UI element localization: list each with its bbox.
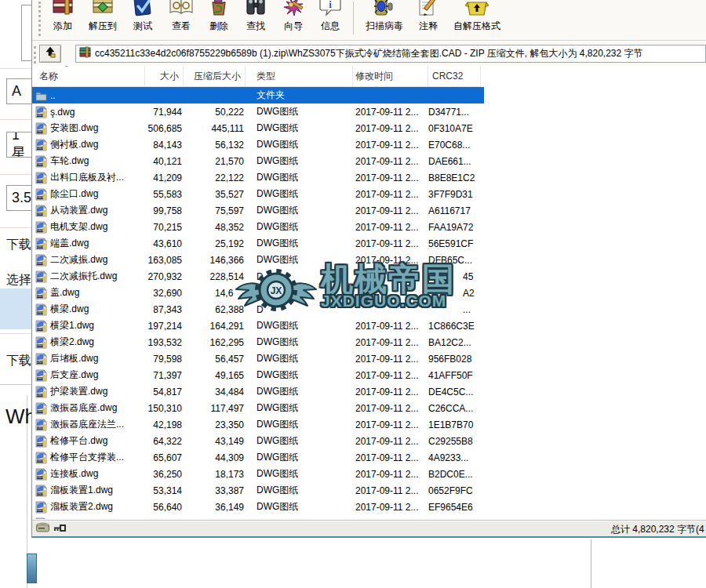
table-row[interactable]: DWG 溜板装置1.dwg53,31433,387DWG图纸2017-09-11… [32,482,484,499]
cell-crc: C29255B8 [428,436,481,447]
table-row[interactable]: DWG 溜板装置2.dwg56,64036,149DWG图纸2017-09-11… [32,499,484,515]
table-row[interactable]: DWG 后支座.dwg71,39749,165DWG图纸2017-09-11 2… [32,367,484,383]
page-link-download-bottom[interactable]: 下载 [6,353,31,369]
cell-packed: 18,173 [184,469,246,480]
cell-packed: 44,309 [184,452,246,463]
page-button-fragment[interactable] [27,554,37,583]
file-name: 横梁1.dwg [50,319,94,332]
cell-crc: DFB65C... [428,255,481,266]
table-row[interactable]: DWG ş.dwg71,94450,222DWG图纸2017-09-11 2..… [32,103,484,120]
cell-crc: C26CCA... [428,403,481,414]
cell-name: DWG 横梁.dwg [35,303,145,316]
file-name: 盖.dwg [50,286,79,299]
toolbar-button-sfx[interactable]: 自解压格式 [446,0,508,33]
table-row[interactable]: DWG 激振器底座法兰...42,19823,350DWG图纸2017-09-1… [32,416,484,433]
column-header-type[interactable]: 类型 [246,66,353,86]
toolbar-button-add[interactable]: 添加 [44,0,82,33]
table-row[interactable]: DWG 安装图.dwg506,685445,111DWG图纸2017-09-11… [32,120,484,136]
cell-size: 54,817 [145,387,184,397]
cell-mod: 2017-09-11 2... [353,419,428,430]
column-header-packed[interactable]: 压缩后大小 [184,66,246,86]
toolbar-button-scan[interactable]: 扫描病毒 [358,0,410,33]
table-row[interactable]: DWG 端盖.dwg43,61025,192DWG图纸2017-09-11 2.… [32,235,484,252]
cell-name: DWG 后堵板.dwg [35,352,145,365]
cell-size: 193,532 [145,337,184,348]
table-row[interactable]: DWG 侧衬板.dwg84,14356,132DWG图纸2017-09-11 2… [32,136,484,153]
table-row[interactable]: DWG 车轮.dwg40,12121,570DWG图纸2017-09-11 2.… [32,153,484,169]
table-row[interactable]: DWG 护梁装置.dwg54,81734,484DWG图纸2017-09-11 … [32,383,484,400]
column-header-name[interactable]: 名称 [35,66,145,86]
table-row[interactable]: DWG 横梁2.dwg193,532162,295DWG图纸2017-09-11… [32,334,484,350]
toolbar-button-comment[interactable]: 注释 [410,0,446,33]
cell-size: 53,314 [145,485,184,496]
toolbar-button-wizard[interactable]: 向导 [275,0,312,33]
table-row[interactable]: DWG 盖.dwg32,69014,6A2 [32,285,484,301]
table-row[interactable]: DWG 检修平台.dwg64,32243,149DWG图纸2017-09-11 … [32,433,484,449]
cell-mod: 2017-09-11 2... [353,205,428,216]
table-row[interactable]: DWG 连接板.dwg36,25018,173DWG图纸2017-09-11 2… [32,466,484,482]
page-link-select[interactable]: 选择 [6,272,31,289]
file-name: 后堵板.dwg [50,352,98,365]
cell-packed: 48,352 [184,222,246,233]
cell-mod: 2017-09-11 2... [353,485,428,496]
page-table-cell: 1星 [6,132,32,158]
address-bar-gripper[interactable] [34,46,36,64]
table-row[interactable]: DWG 出料口底板及衬...41,20922,122DWG图纸2017-09-1… [32,169,484,186]
svg-text:DWG: DWG [36,344,43,347]
cell-crc: E70C68... [428,140,481,151]
archive-manager-window: 添加解压到测试查看删除查找向导i信息扫描病毒注释自解压格式 cc435211c3 [31,0,706,538]
cell-crc: ... [428,304,481,315]
cell-packed: 228,514 [184,271,246,282]
toolbar-button-label: 删除 [209,20,228,33]
cell-mod: 2017-09-11 2... [353,222,428,233]
page-table-cell: A [6,78,32,104]
table-row[interactable]: DWG 后堵板.dwg79,59856,457DWG图纸2017-09-11 2… [32,350,484,367]
cell-type: DWG图纸 [246,385,353,398]
file-name: 安装图.dwg [50,122,98,135]
file-name: 从动装置.dwg [50,204,107,217]
up-one-level-button[interactable] [39,45,61,63]
address-bar: cc435211c33e4d2c06f8755229b6589b (1).zip… [32,42,706,66]
cell-size: 79,598 [145,354,184,365]
column-header-crc[interactable]: CRC32 [428,66,481,86]
cell-type: DWG图纸 [246,451,353,464]
table-row[interactable]: DWG 除尘口.dwg55,58335,527DWG图纸2017-09-11 2… [32,186,484,202]
table-row[interactable]: DWG 横梁1.dwg197,214164,291DWG图纸2017-09-11… [32,318,484,334]
toolbar-button-label: 查找 [246,20,265,33]
table-row[interactable]: DWG 二次减振.dwg163,085146,366DWG图纸2017-09-1… [32,252,484,268]
cell-mod: 2017-09-11 2... [353,337,428,348]
table-row[interactable]: DWG 从动装置.dwg99,75875,597DWG图纸2017-09-11 … [32,202,484,219]
toolbar-button-extract[interactable]: 解压到 [82,0,124,33]
file-name: 护梁装置.dwg [50,385,107,398]
toolbar-button-label: 信息 [321,20,340,33]
address-combo[interactable]: cc435211c33e4d2c06f8755229b6589b (1).zip… [75,45,706,63]
cell-crc: 0F310A7E [428,123,481,134]
file-name: 出料口底板及衬... [50,171,124,184]
cell-crc: 956FB028 [428,354,481,365]
cell-packed: 56,457 [184,354,246,365]
info-icon: i [319,0,341,16]
parent-dir-row[interactable]: ..文件夹 [32,87,484,103]
table-row[interactable]: DWG 检修平台支撑装...65,60744,309DWG图纸2017-09-1… [32,449,484,466]
cell-packed: 35,527 [184,189,246,200]
file-name: 检修平台支撑装... [50,451,124,464]
toolbar-button-find[interactable]: 查找 [237,0,275,33]
column-header-mod[interactable]: 修改时间 [353,66,428,86]
table-row[interactable]: DWG 电机支架.dwg70,21548,352DWG图纸2017-09-11 … [32,219,484,235]
cell-packed: 14,6 [184,288,246,299]
toolbar-gripper[interactable] [38,2,41,36]
page-link-download-top[interactable]: 下载 [6,237,31,253]
cell-name: DWG 车轮.dwg [35,154,145,168]
file-name: 溜板装置2.dwg [50,500,113,514]
toolbar-button-test[interactable]: 测试 [124,0,162,33]
table-row[interactable]: DWG 激振器底座.dwg150,310117,497DWG图纸2017-09-… [32,400,484,416]
table-row[interactable]: DWG 横梁.dwg87,34362,388D... [32,301,484,318]
cell-packed: 23,350 [184,419,246,430]
cell-packed: 162,295 [184,337,246,348]
toolbar-button-delete[interactable]: 删除 [201,0,237,33]
table-row-partial[interactable]: DWG [32,515,484,519]
toolbar-button-info[interactable]: i信息 [312,0,348,33]
column-header-size[interactable]: 大小 [145,66,184,86]
toolbar-button-view[interactable]: 查看 [162,0,201,33]
table-row[interactable]: DWG 二次减振托.dwg270,932228,514D45 [32,268,484,285]
